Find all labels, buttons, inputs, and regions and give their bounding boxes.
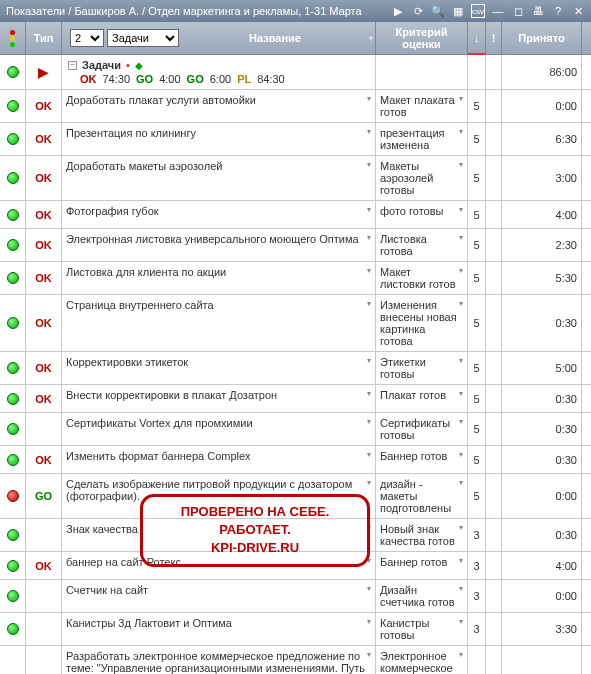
cell-crit[interactable]: Плакат готов▾: [376, 385, 468, 412]
chevron-down-icon[interactable]: ▾: [459, 478, 463, 487]
cell-name[interactable]: Электронная листовка универсального моющ…: [62, 229, 376, 261]
minimize-icon[interactable]: —: [491, 4, 505, 18]
chevron-down-icon[interactable]: ▾: [367, 584, 371, 593]
cell-crit[interactable]: Этикетки готовы▾: [376, 352, 468, 384]
chevron-down-icon[interactable]: ▾: [367, 127, 371, 136]
table-row[interactable]: OKФотография губок▾фото готовы▾54:00: [0, 201, 591, 229]
chevron-down-icon[interactable]: ▾: [367, 299, 371, 308]
cell-crit[interactable]: Новый знак качества готов▾: [376, 519, 468, 551]
header-type[interactable]: Тип: [26, 22, 62, 54]
grid-icon[interactable]: ▦: [451, 4, 465, 18]
cell-crit[interactable]: Макет листовки готов▾: [376, 262, 468, 294]
table-row[interactable]: OKДоработать макеты аэрозолей▾Макеты аэр…: [0, 156, 591, 201]
sort-icon[interactable]: ▾: [369, 34, 373, 43]
cell-name[interactable]: Разработать электронное коммерческое пре…: [62, 646, 376, 674]
table-row[interactable]: GOСделать изображение питровой продукции…: [0, 474, 591, 519]
chevron-down-icon[interactable]: ▾: [459, 233, 463, 242]
window-icon[interactable]: ◻: [511, 4, 525, 18]
cell-crit[interactable]: Баннер готов▾: [376, 446, 468, 473]
chevron-down-icon[interactable]: ▾: [367, 233, 371, 242]
chevron-down-icon[interactable]: ▾: [459, 523, 463, 532]
cell-name[interactable]: Внести корректировки в плакат Дозатрон▾: [62, 385, 376, 412]
cell-name[interactable]: Сделать изображение питровой продукции с…: [62, 474, 376, 518]
chevron-down-icon[interactable]: ▾: [459, 617, 463, 626]
cell-crit[interactable]: Баннер готов▾: [376, 552, 468, 579]
chevron-down-icon[interactable]: ▾: [367, 266, 371, 275]
cell-name[interactable]: Презентация по клинингу▾: [62, 123, 376, 155]
cell-name[interactable]: Доработать плакат услуги автомойки▾: [62, 90, 376, 122]
table-row[interactable]: OKбаннер на сайт Ротекс▾Баннер готов▾34:…: [0, 552, 591, 580]
header-criteria[interactable]: Критерий оценки: [376, 22, 468, 54]
chevron-down-icon[interactable]: ▾: [459, 266, 463, 275]
table-row[interactable]: Сертификаты Vortex для промхимии▾Сертифи…: [0, 413, 591, 446]
cell-crit[interactable]: фото готовы▾: [376, 201, 468, 228]
collapse-icon[interactable]: −: [68, 61, 77, 70]
cell-crit[interactable]: Макеты аэрозолей готовы▾: [376, 156, 468, 200]
chevron-down-icon[interactable]: ▾: [459, 417, 463, 426]
level-select[interactable]: 2: [70, 29, 104, 47]
cell-crit[interactable]: Изменения внесены новая картинка готова▾: [376, 295, 468, 351]
chevron-down-icon[interactable]: ▾: [459, 584, 463, 593]
table-row[interactable]: GOРазработать электронное коммерческое п…: [0, 646, 591, 674]
table-row[interactable]: OKПрезентация по клинингу▾презентация из…: [0, 123, 591, 156]
chevron-down-icon[interactable]: ▾: [367, 160, 371, 169]
chevron-down-icon[interactable]: ▾: [459, 450, 463, 459]
table-row[interactable]: OKСтраница внутреннего сайта▾Изменения в…: [0, 295, 591, 352]
table-row[interactable]: OKВнести корректировки в плакат Дозатрон…: [0, 385, 591, 413]
cell-name[interactable]: Знак качества▾: [62, 519, 376, 551]
cell-name[interactable]: Фотография губок▾: [62, 201, 376, 228]
header-light[interactable]: [0, 22, 26, 54]
cell-name[interactable]: Доработать макеты аэрозолей▾: [62, 156, 376, 200]
cell-crit[interactable]: Канистры готовы▾: [376, 613, 468, 645]
play-icon[interactable]: ▶: [391, 4, 405, 18]
header-arrow[interactable]: ↓: [468, 22, 486, 54]
table-row[interactable]: Знак качества▾Новый знак качества готов▾…: [0, 519, 591, 552]
close-icon[interactable]: ✕: [571, 4, 585, 18]
cell-crit[interactable]: Макет плаката готов▾: [376, 90, 468, 122]
cell-name[interactable]: Сертификаты Vortex для промхимии▾: [62, 413, 376, 445]
chevron-down-icon[interactable]: ▾: [367, 523, 371, 532]
cell-name[interactable]: Листовка для клиента по акции▾: [62, 262, 376, 294]
cell-name[interactable]: −Задачи•◆OK74:30GO4:00GO6:00PL84:30: [62, 55, 376, 89]
table-row[interactable]: OKИзменить формат баннера Complex▾Баннер…: [0, 446, 591, 474]
cell-crit[interactable]: дизайн - макеты подготовлены▾: [376, 474, 468, 518]
refresh-icon[interactable]: ⟳: [411, 4, 425, 18]
cell-name[interactable]: Корректировки этикеток▾: [62, 352, 376, 384]
table-row[interactable]: OKДоработать плакат услуги автомойки▾Мак…: [0, 90, 591, 123]
chevron-down-icon[interactable]: ▾: [367, 356, 371, 365]
chevron-down-icon[interactable]: ▾: [459, 160, 463, 169]
cell-name[interactable]: Канистры 3д Лактовит и Оптима▾: [62, 613, 376, 645]
table-row[interactable]: Канистры 3д Лактовит и Оптима▾Канистры г…: [0, 613, 591, 646]
chevron-down-icon[interactable]: ▾: [459, 389, 463, 398]
chevron-down-icon[interactable]: ▾: [367, 556, 371, 565]
table-row[interactable]: OKЭлектронная листовка универсального мо…: [0, 229, 591, 262]
chevron-down-icon[interactable]: ▾: [367, 617, 371, 626]
play-icon[interactable]: ▶: [38, 65, 49, 79]
header-excl[interactable]: !: [486, 22, 502, 54]
chevron-down-icon[interactable]: ▾: [367, 94, 371, 103]
chevron-down-icon[interactable]: ▾: [367, 478, 371, 487]
csv-icon[interactable]: csv: [471, 4, 485, 18]
cell-crit[interactable]: Дизайн счетчика готов▾: [376, 580, 468, 612]
cell-crit[interactable]: Листовка готова▾: [376, 229, 468, 261]
search-icon[interactable]: 🔍: [431, 4, 445, 18]
cell-crit[interactable]: Сертификаты готовы▾: [376, 413, 468, 445]
chevron-down-icon[interactable]: ▾: [367, 389, 371, 398]
category-select[interactable]: Задачи: [107, 29, 179, 47]
chevron-down-icon[interactable]: ▾: [367, 450, 371, 459]
cell-name[interactable]: Счетчик на сайт▾: [62, 580, 376, 612]
chevron-down-icon[interactable]: ▾: [459, 299, 463, 308]
help-icon[interactable]: ?: [551, 4, 565, 18]
chevron-down-icon[interactable]: ▾: [459, 556, 463, 565]
chevron-down-icon[interactable]: ▾: [459, 127, 463, 136]
cell-name[interactable]: Изменить формат баннера Complex▾: [62, 446, 376, 473]
chevron-down-icon[interactable]: ▾: [367, 417, 371, 426]
chevron-down-icon[interactable]: ▾: [459, 356, 463, 365]
print-icon[interactable]: 🖶: [531, 4, 545, 18]
header-accepted[interactable]: Принято: [502, 22, 582, 54]
chevron-down-icon[interactable]: ▾: [459, 205, 463, 214]
chevron-down-icon[interactable]: ▾: [367, 650, 371, 659]
table-row[interactable]: OKЛистовка для клиента по акции▾Макет ли…: [0, 262, 591, 295]
cell-crit[interactable]: Электронное коммерческое предложение под…: [376, 646, 468, 674]
cell-name[interactable]: Страница внутреннего сайта▾: [62, 295, 376, 351]
